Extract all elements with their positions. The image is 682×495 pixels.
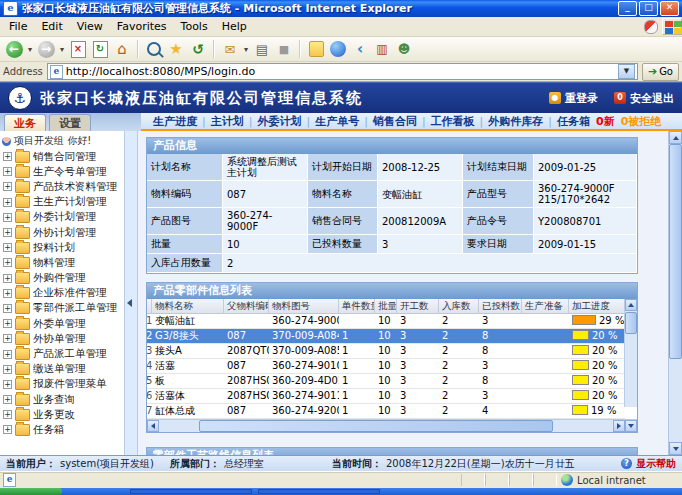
page-scroll-up-icon[interactable]	[669, 131, 682, 144]
relogin-button[interactable]: ● 重登录	[549, 91, 598, 106]
address-dropdown[interactable]: ▼	[618, 64, 635, 79]
tab-0[interactable]: 业务	[4, 114, 46, 131]
sidebar-scroll-track[interactable]	[125, 131, 138, 455]
sidebar-item-13[interactable]: +产品派工单管理	[0, 346, 124, 361]
sidebar-item-8[interactable]: +外购件管理	[0, 271, 124, 286]
mail-dropdown[interactable]: ▾	[242, 45, 250, 54]
sidebar-item-0[interactable]: +销售合同管理	[0, 149, 124, 164]
home-button[interactable]: ⌂	[112, 39, 132, 59]
quicklink-button[interactable]: ‹	[350, 39, 370, 59]
address-input[interactable]: e http://localhost:8080/MPS/login.do ▼	[47, 63, 638, 80]
expand-icon[interactable]: +	[3, 395, 12, 404]
expand-icon[interactable]: +	[3, 380, 12, 389]
menu-item-view[interactable]: View	[70, 18, 110, 35]
expand-icon[interactable]: +	[3, 350, 12, 359]
expand-icon[interactable]: +	[3, 365, 12, 374]
page-scroll-down-icon[interactable]	[669, 442, 682, 455]
column-header-9[interactable]: 加工进度	[569, 299, 627, 313]
go-button[interactable]: ➔ Go	[642, 63, 679, 81]
nav-item-1[interactable]: 主计划	[211, 114, 244, 129]
sidebar-item-1[interactable]: +生产令号单管理	[0, 164, 124, 179]
menu-item-file[interactable]: File	[2, 18, 34, 35]
column-header-4[interactable]: 批量	[375, 299, 397, 313]
nav-item-2[interactable]: 外委计划	[257, 114, 301, 129]
scroll-down-icon[interactable]	[625, 420, 637, 432]
scroll-right-icon[interactable]	[613, 420, 625, 432]
taskbar-button[interactable]	[258, 489, 380, 494]
forward-dropdown[interactable]: ▾	[58, 45, 66, 54]
page-scrollbar[interactable]	[668, 131, 682, 455]
expand-icon[interactable]: +	[3, 243, 12, 252]
refresh-button[interactable]: ↻	[90, 39, 110, 59]
messenger-button[interactable]	[328, 39, 348, 59]
expand-icon[interactable]: +	[3, 228, 12, 237]
sidebar-item-10[interactable]: +零部件派工单管理	[0, 301, 124, 316]
menu-item-help[interactable]: Help	[215, 18, 254, 35]
print-button[interactable]: ▤	[252, 39, 272, 59]
sidebar-item-3[interactable]: +主生产计划管理	[0, 195, 124, 210]
sidebar-item-9[interactable]: +企业标准件管理	[0, 286, 124, 301]
expand-icon[interactable]: +	[3, 213, 12, 222]
sidebar-item-11[interactable]: +外委单管理	[0, 316, 124, 331]
expand-icon[interactable]: +	[3, 334, 12, 343]
nav-item-0[interactable]: 生产进度	[153, 114, 197, 129]
menu-item-edit[interactable]: Edit	[34, 18, 69, 35]
minimize-button[interactable]: _	[618, 1, 637, 16]
nav-item-4[interactable]: 销售合同	[373, 114, 417, 129]
expand-icon[interactable]: +	[3, 152, 12, 161]
expand-icon[interactable]: +	[3, 167, 12, 176]
tab-1[interactable]: 设置	[49, 114, 91, 131]
parts-horizontal-scrollbar[interactable]	[147, 419, 637, 432]
search-button[interactable]	[144, 39, 164, 59]
logout-button[interactable]: 0 安全退出	[614, 91, 674, 106]
page-scroll-thumb[interactable]	[669, 144, 682, 359]
maximize-button[interactable]: □	[639, 1, 658, 16]
column-header-3[interactable]: 单件数量	[339, 299, 375, 313]
edit-button[interactable]: ■	[274, 39, 294, 59]
nav-item-5[interactable]: 工作看板	[431, 114, 475, 129]
column-header-6[interactable]: 入库数	[439, 299, 479, 313]
expand-icon[interactable]: +	[3, 319, 12, 328]
nav-badge-0[interactable]: 0新	[596, 114, 615, 129]
history-button[interactable]: ↺	[188, 39, 208, 59]
back-dropdown[interactable]: ▾	[26, 45, 34, 54]
table-row[interactable]: 1变幅油缸360-274-9000F1032329 %	[147, 314, 625, 329]
sidebar-item-5[interactable]: +外协计划管理	[0, 225, 124, 240]
expand-icon[interactable]: +	[3, 182, 12, 191]
column-header-7[interactable]: 已投料数	[479, 299, 522, 313]
sidebar-item-14[interactable]: +缴送单管理	[0, 362, 124, 377]
sidebar-item-12[interactable]: +外协单管理	[0, 331, 124, 346]
splitter-collapse-icon[interactable]	[127, 299, 132, 307]
table-row[interactable]: 6活塞体2087HS002360-274-9011W11032320 %	[147, 389, 625, 404]
menu-item-tools[interactable]: Tools	[174, 18, 215, 35]
sidebar-item-17[interactable]: +业务更改	[0, 407, 124, 422]
expand-icon[interactable]: +	[3, 274, 12, 283]
favorites-button[interactable]: ★	[166, 39, 186, 59]
scroll-left-icon[interactable]	[147, 420, 159, 432]
sidebar-item-2[interactable]: +产品技术资料管理	[0, 179, 124, 194]
column-header-5[interactable]: 开工数	[397, 299, 439, 313]
nav-item-6[interactable]: 外购件库存	[488, 114, 543, 129]
expand-icon[interactable]: +	[3, 304, 12, 313]
table-row[interactable]: 7缸体总成087360-274-9200F11032419 %	[147, 404, 625, 419]
sidebar-item-18[interactable]: +任务箱	[0, 422, 124, 437]
scroll-up-icon[interactable]	[625, 299, 637, 311]
table-row[interactable]: 4活塞087360-274-9010F11032320 %	[147, 359, 625, 374]
contacts-button[interactable]: ☻	[394, 39, 414, 59]
table-row[interactable]: 5板2087HS002360-209-4D01011032820 %	[147, 374, 625, 389]
mail-button[interactable]: ✉	[220, 39, 240, 59]
back-button[interactable]: ←	[4, 39, 24, 59]
expand-icon[interactable]: +	[3, 410, 12, 419]
column-header-8[interactable]: 生产准备	[522, 299, 569, 313]
column-header-1[interactable]: 父物料编码	[224, 299, 269, 313]
table-row[interactable]: 2G3/8接头087370-009-A084011032820 %	[147, 329, 625, 344]
parts-vertical-scrollbar[interactable]	[624, 299, 637, 407]
sidebar-item-16[interactable]: +业务查询	[0, 392, 124, 407]
show-help-link[interactable]: 显示帮助	[636, 457, 676, 471]
forward-button[interactable]: →	[36, 39, 56, 59]
sidebar-item-15[interactable]: +报废件管理菜单	[0, 377, 124, 392]
start-button-sliver[interactable]	[0, 488, 62, 495]
stop-button[interactable]: ×	[68, 39, 88, 59]
nav-item-3[interactable]: 生产单号	[315, 114, 359, 129]
discuss-button[interactable]	[306, 39, 326, 59]
